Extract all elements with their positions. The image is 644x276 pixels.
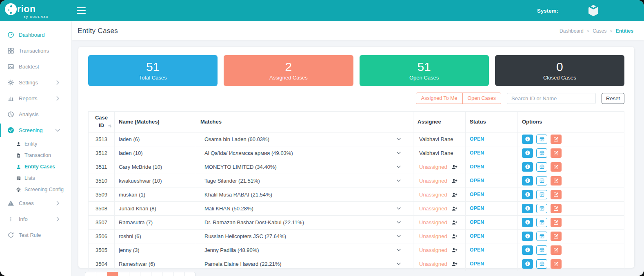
sidebar-item-analysis[interactable]: Analysis [0,106,71,122]
assign-user-icon[interactable] [451,192,457,198]
info-button[interactable] [522,259,533,269]
edit-button[interactable] [551,148,562,158]
edit-button[interactable] [551,190,562,199]
assignee-name: Unassigned [419,247,447,253]
expand-matches-icon[interactable] [396,205,402,211]
info-button[interactable] [522,162,533,172]
column-header-assignee: Assignee [413,112,466,132]
sidebar-item-label: Screening [19,127,43,133]
pagination-page[interactable] [140,272,151,276]
edit-button[interactable] [551,162,562,172]
sort-icon[interactable] [107,124,112,128]
stat-card-total-cases[interactable]: 51Total Cases [88,55,218,86]
pagination-page[interactable] [184,272,195,276]
open-cases-button[interactable]: Open Cases [462,93,501,104]
pagination-page[interactable] [96,272,107,276]
breadcrumb-dashboard[interactable]: Dashboard [560,28,584,34]
edit-button[interactable] [551,204,562,213]
sidebar-item-reports[interactable]: Reports [0,91,71,106]
assign-user-icon[interactable] [451,233,457,239]
calendar-button[interactable] [536,148,547,158]
expand-matches-icon[interactable] [396,219,402,225]
edit-button[interactable] [551,232,562,241]
calendar-button[interactable] [536,218,547,227]
assign-user-icon[interactable] [451,261,457,267]
assigned-to-me-button[interactable]: Assigned To Me [416,93,462,104]
info-button[interactable] [522,204,533,213]
cell-status: OPEN [466,146,518,160]
edit-button[interactable] [551,176,562,185]
calendar-button[interactable] [536,232,547,241]
menu-icon[interactable] [77,7,86,14]
assign-user-icon[interactable] [451,247,457,253]
stat-card-closed-cases[interactable]: 0Closed Cases [495,55,624,86]
info-button[interactable] [522,190,533,199]
assign-user-icon[interactable] [451,178,457,184]
expand-matches-icon[interactable] [396,233,402,239]
pagination-page[interactable] [162,272,173,276]
sidebar-subitem-entity-cases[interactable]: Entity Cases [0,161,71,172]
assign-user-icon[interactable] [451,205,457,212]
expand-matches-icon[interactable] [396,261,402,267]
assignee-name: Unassigned [419,164,447,170]
info-button[interactable] [522,245,533,255]
stat-value: 2 [285,60,292,73]
info-button[interactable] [522,148,533,158]
sidebar-item-info[interactable]: Info [0,211,71,227]
calendar-button[interactable] [536,135,547,144]
sidebar-subitem-transaction[interactable]: Transaction [0,150,71,161]
calendar-button[interactable] [536,162,547,172]
pagination-page[interactable] [107,272,118,276]
stat-label: Open Cases [409,75,439,81]
sidebar-subitem-entity[interactable]: Entity [0,138,71,150]
info-button[interactable] [522,176,533,185]
edit-button[interactable] [551,245,562,255]
sidebar-item-label: Reports [19,95,38,102]
pagination-page[interactable] [129,272,140,276]
expand-matches-icon[interactable] [396,150,402,156]
stat-card-assigned-cases[interactable]: 2Assigned Cases [224,55,353,86]
calendar-button[interactable] [536,176,547,185]
cell-name: kwakueshwar (10) [115,174,196,188]
reset-button[interactable]: Reset [602,93,624,104]
assign-user-icon[interactable] [451,219,457,225]
sidebar-item-backtest[interactable]: Backtest [0,59,71,75]
assign-user-icon[interactable] [451,164,457,170]
breadcrumb-entities[interactable]: Entities [616,28,633,34]
sidebar-item-cases[interactable]: Cases [0,195,71,211]
info-button[interactable] [522,232,533,241]
expand-matches-icon[interactable] [396,164,402,170]
system-package-icon[interactable] [586,3,601,18]
edit-button[interactable] [551,218,562,227]
stat-card-open-cases[interactable]: 51Open Cases [360,55,489,86]
pagination-page[interactable] [173,272,184,276]
sidebar-item-transactions[interactable]: Transactions [0,43,71,59]
sidebar-item-dashboard[interactable]: Dashboard [0,27,71,43]
expand-matches-icon[interactable] [396,136,402,142]
calendar-button[interactable] [536,245,547,255]
pagination-page[interactable] [118,272,129,276]
sidebar-subitem-lists[interactable]: Lists [0,172,71,184]
sidebar-item-screening[interactable]: Screening [0,122,71,138]
calendar-button[interactable] [536,190,547,199]
edit-button[interactable] [551,135,562,144]
info-button[interactable] [522,135,533,144]
column-header-case-id[interactable]: Case ID [89,112,115,132]
edit-button[interactable] [551,259,562,269]
sidebar-item-test-rule[interactable]: Test Rule [0,227,71,243]
pagination-page[interactable] [85,272,96,276]
breadcrumb-separator: > [587,29,589,33]
expand-matches-icon[interactable] [396,178,402,183]
assignee-name: Vaibhavi Rane [419,150,453,156]
calendar-button[interactable] [536,204,547,213]
calendar-icon [539,150,545,156]
brand-logo[interactable]: rion by CODENAX [0,0,72,21]
sidebar-item-settings[interactable]: Settings [0,75,71,91]
calendar-button[interactable] [536,259,547,269]
info-button[interactable] [522,218,533,227]
sidebar-subitem-screening-config[interactable]: Screening Config [0,184,71,195]
expand-matches-icon[interactable] [396,247,402,253]
breadcrumb-cases[interactable]: Cases [593,28,606,34]
pagination-page[interactable] [151,272,162,276]
search-input[interactable] [507,93,596,104]
